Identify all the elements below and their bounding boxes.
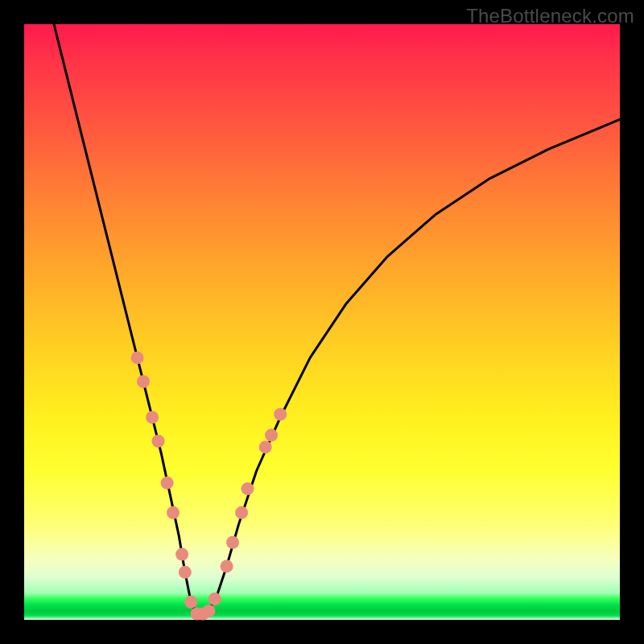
- plot-area: [24, 24, 620, 620]
- chart-svg: [24, 24, 620, 620]
- marker-dot: [265, 429, 278, 442]
- bottleneck-curve: [54, 24, 620, 614]
- marker-dot: [226, 536, 239, 549]
- marker-dot: [184, 596, 197, 609]
- chart-frame: TheBottleneck.com: [0, 0, 644, 644]
- marker-dot: [146, 411, 159, 423]
- marker-dot: [202, 605, 215, 617]
- marker-dot: [175, 548, 188, 561]
- marker-dot: [131, 351, 144, 364]
- marker-dot: [167, 506, 180, 519]
- marker-dot: [242, 482, 254, 495]
- marker-dot: [161, 477, 174, 489]
- marker-dot: [208, 592, 221, 605]
- marker-dot: [221, 559, 233, 572]
- marker-dot: [235, 506, 248, 519]
- marker-dot: [259, 440, 272, 453]
- marker-dot: [152, 435, 165, 448]
- marker-dot: [179, 566, 192, 579]
- curve-path: [54, 24, 620, 614]
- marker-dot: [274, 408, 287, 421]
- highlight-markers: [131, 351, 287, 620]
- watermark-text: TheBottleneck.com: [466, 5, 634, 27]
- marker-dot: [137, 375, 150, 388]
